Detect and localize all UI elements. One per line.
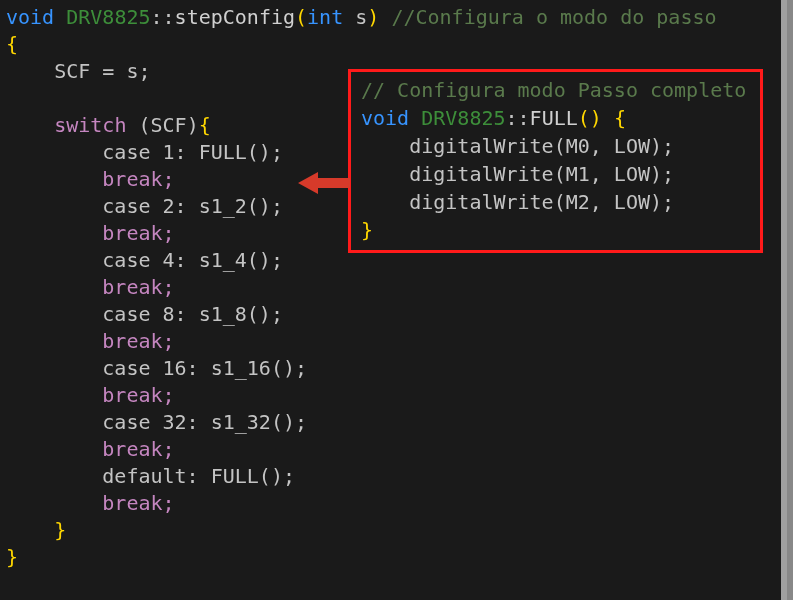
callout-code-block: // Configura modo Passo completo void DR…: [361, 76, 750, 244]
code-editor: void DRV8825::stepConfig(int s) //Config…: [0, 0, 787, 600]
keyword-int: int: [307, 5, 343, 29]
line-comment: //Configura o modo do passo: [391, 5, 716, 29]
paren-open: (: [295, 5, 307, 29]
keyword-void: void: [361, 106, 409, 130]
case-32: case 32: s1_32();: [102, 410, 307, 434]
callout-box: // Configura modo Passo completo void DR…: [348, 69, 763, 253]
case-default: default: FULL();: [102, 464, 295, 488]
assignment-stmt: SCF = s;: [54, 59, 150, 83]
callout-comment: // Configura modo Passo completo: [361, 78, 746, 102]
brace-open: {: [199, 113, 211, 137]
case-2: case 2: s1_2();: [102, 194, 283, 218]
keyword-switch: switch: [54, 113, 126, 137]
paren-open: (: [578, 106, 590, 130]
keyword-void: void: [6, 5, 54, 29]
keyword-break: break;: [102, 329, 174, 353]
case-1: case 1: FULL();: [102, 140, 283, 164]
paren-close: ): [367, 5, 379, 29]
keyword-break: break;: [102, 437, 174, 461]
keyword-break: break;: [102, 383, 174, 407]
classname: DRV8825: [66, 5, 150, 29]
brace-close: }: [54, 518, 66, 542]
case-4: case 4: s1_4();: [102, 248, 283, 272]
keyword-break: break;: [102, 491, 174, 515]
classname: DRV8825: [421, 106, 505, 130]
brace-open: {: [6, 32, 18, 56]
keyword-break: break;: [102, 167, 174, 191]
keyword-break: break;: [102, 275, 174, 299]
case-8: case 8: s1_8();: [102, 302, 283, 326]
brace-close: }: [361, 218, 373, 242]
callout-line-3: digitalWrite(M2, LOW);: [409, 190, 674, 214]
callout-line-2: digitalWrite(M1, LOW);: [409, 162, 674, 186]
brace-open: {: [614, 106, 626, 130]
case-16: case 16: s1_16();: [102, 356, 307, 380]
switch-var: (SCF): [126, 113, 198, 137]
paren-close: ): [590, 106, 602, 130]
arg-name: s: [355, 5, 367, 29]
brace-close: }: [6, 545, 18, 569]
function-name: FULL: [530, 106, 578, 130]
keyword-break: break;: [102, 221, 174, 245]
callout-line-1: digitalWrite(M0, LOW);: [409, 134, 674, 158]
function-name: stepConfig: [175, 5, 295, 29]
